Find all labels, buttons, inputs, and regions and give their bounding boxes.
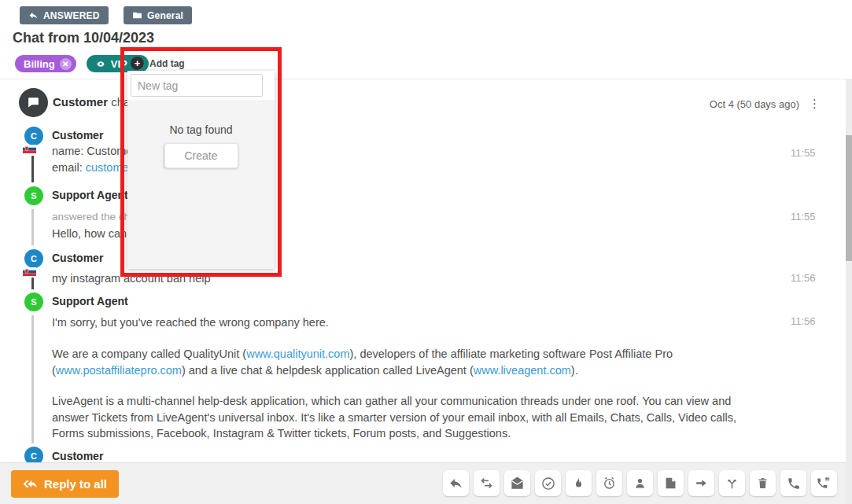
reply-icon bbox=[28, 10, 39, 20]
avatar: C bbox=[24, 127, 43, 145]
tag-list-panel: No tag found Create bbox=[127, 100, 275, 269]
message-paragraph: LiveAgent is a multi-channel help-desk a… bbox=[52, 393, 769, 442]
kebab-menu-icon[interactable]: ⋮ bbox=[807, 97, 822, 111]
tag-billing-label: Billing bbox=[24, 58, 55, 70]
paragraph-text: ). bbox=[571, 364, 578, 377]
thread-line bbox=[31, 278, 34, 289]
reply-button[interactable] bbox=[443, 470, 469, 496]
thread-line bbox=[31, 315, 34, 443]
reply-to-all-button[interactable]: Reply to all bbox=[11, 470, 119, 498]
trash-icon bbox=[756, 476, 769, 491]
new-tag-input[interactable] bbox=[131, 74, 263, 97]
message-author: Support Agent bbox=[52, 189, 128, 201]
ticket-actions-row bbox=[443, 470, 837, 496]
resolve-button[interactable] bbox=[535, 470, 561, 496]
message-paragraph: We are a company called QualityUnit (www… bbox=[52, 346, 769, 378]
mail-button[interactable] bbox=[504, 470, 530, 496]
delete-button[interactable] bbox=[750, 470, 776, 496]
dial-number-button[interactable] bbox=[811, 470, 837, 496]
paragraph-text: ) and a live chat & helpdesk application… bbox=[182, 364, 474, 377]
email-prefix: email: bbox=[52, 161, 86, 174]
slovakia-flag-icon bbox=[23, 267, 36, 276]
thread-date: Oct 4 (50 days ago) bbox=[710, 98, 799, 110]
thread-author: Customer bbox=[53, 95, 108, 109]
close-icon: ✕ bbox=[62, 60, 68, 68]
forward-button[interactable] bbox=[688, 470, 714, 496]
reply-to-all-label: Reply to all bbox=[44, 477, 107, 491]
message-time: 11:55 bbox=[791, 211, 816, 223]
status-badge-label: ANSWERED bbox=[43, 10, 100, 21]
plus-icon: + bbox=[135, 58, 141, 68]
no-tag-found-text: No tag found bbox=[127, 123, 275, 136]
department-badge-label: General bbox=[147, 10, 183, 21]
thread-meta: Oct 4 (50 days ago) ⋮ bbox=[710, 97, 822, 111]
split-icon bbox=[725, 476, 740, 491]
avatar: S bbox=[24, 186, 43, 205]
tag-dropdown: No tag found Create bbox=[127, 71, 275, 269]
page-title: Chat from 10/04/2023 bbox=[13, 30, 154, 46]
scrollbar-thumb[interactable] bbox=[846, 135, 852, 261]
chat-channel-avatar bbox=[19, 88, 48, 117]
message-author: Customer bbox=[52, 252, 103, 264]
note-button[interactable] bbox=[658, 470, 684, 496]
thread-line bbox=[31, 156, 34, 182]
avatar: S bbox=[24, 292, 43, 311]
status-badge[interactable]: ANSWERED bbox=[20, 6, 109, 24]
folder-icon bbox=[132, 10, 142, 20]
message-time: 11:56 bbox=[791, 272, 816, 284]
tag-billing[interactable]: Billing ✕ bbox=[15, 55, 76, 72]
avatar: C bbox=[24, 249, 43, 268]
message-author: Customer bbox=[52, 450, 103, 462]
department-badge[interactable]: General bbox=[124, 6, 192, 24]
check-circle-icon bbox=[540, 476, 556, 491]
remove-tag-icon[interactable]: ✕ bbox=[60, 58, 72, 70]
phone-icon bbox=[787, 476, 801, 491]
qualityunit-link[interactable]: www.qualityunit.com bbox=[246, 348, 349, 360]
badges-row: ANSWERED General bbox=[20, 6, 192, 24]
thread-line bbox=[31, 209, 34, 245]
split-button[interactable] bbox=[719, 470, 745, 496]
message-time: 11:55 bbox=[791, 147, 816, 159]
forward-icon bbox=[694, 476, 709, 491]
spam-button[interactable] bbox=[566, 470, 592, 496]
eye-icon bbox=[95, 60, 106, 68]
open-mail-icon bbox=[510, 476, 525, 491]
message-paragraph: I'm sorry, but you've reached the wrong … bbox=[52, 315, 769, 331]
flame-icon bbox=[572, 476, 585, 491]
snooze-button[interactable] bbox=[596, 470, 622, 496]
transfer-button[interactable] bbox=[474, 470, 500, 496]
add-tag-button[interactable]: + Add tag bbox=[131, 57, 185, 70]
message-author: Support Agent bbox=[52, 295, 128, 307]
assign-person-icon bbox=[633, 476, 647, 491]
postaffiliatepro-link[interactable]: www.postaffiliatepro.com bbox=[56, 364, 182, 377]
note-icon bbox=[663, 476, 678, 491]
add-tag-label: Add tag bbox=[149, 58, 185, 69]
add-icon: + bbox=[131, 57, 144, 70]
reply-icon bbox=[448, 476, 463, 491]
assign-agent-button[interactable] bbox=[627, 470, 653, 496]
footer-toolbar: Reply to all bbox=[0, 462, 852, 504]
chat-bubble-icon bbox=[27, 96, 40, 109]
message-time: 11:56 bbox=[791, 315, 816, 327]
alarm-clock-icon bbox=[602, 476, 617, 491]
phone-dialpad-icon bbox=[817, 476, 832, 491]
reply-all-icon bbox=[23, 478, 38, 490]
paragraph-text: We are a company called QualityUnit ( bbox=[52, 348, 246, 360]
message-author: Customer bbox=[52, 129, 103, 142]
create-tag-button[interactable]: Create bbox=[164, 143, 238, 168]
call-button[interactable] bbox=[780, 470, 806, 496]
liveagent-link[interactable]: www.liveagent.com bbox=[474, 364, 571, 377]
slovakia-flag-icon bbox=[23, 145, 36, 153]
transfer-icon bbox=[479, 476, 494, 491]
